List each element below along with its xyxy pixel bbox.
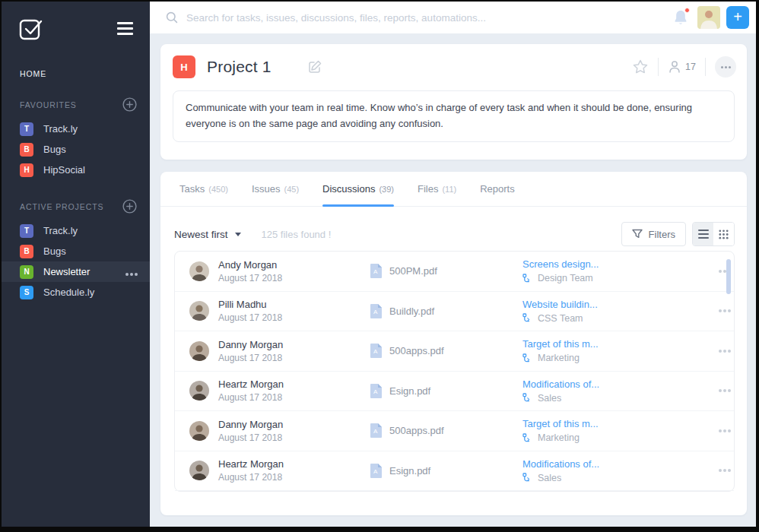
sidebar-item-label: Bugs bbox=[43, 144, 66, 155]
team-flow-icon bbox=[522, 313, 532, 323]
tab-bar: Tasks (450) Issues (45) Discussions (39)… bbox=[160, 172, 747, 207]
row-more-icon[interactable] bbox=[697, 429, 723, 432]
project-more-button[interactable] bbox=[715, 56, 736, 78]
avatar bbox=[189, 341, 209, 361]
project-badge: T bbox=[20, 224, 33, 238]
project-badge: B bbox=[20, 245, 33, 258]
svg-text:A: A bbox=[373, 468, 378, 475]
project-description: Communicate with your team in real time.… bbox=[173, 90, 735, 142]
pdf-file-icon: A bbox=[370, 304, 382, 318]
discussion-link[interactable]: Website buildin... bbox=[522, 299, 697, 310]
filters-button[interactable]: Filters bbox=[621, 222, 686, 246]
discussion-link[interactable]: Modifications of... bbox=[522, 458, 697, 470]
edit-project-icon[interactable] bbox=[307, 59, 322, 74]
author-date: August 17 2018 bbox=[218, 472, 284, 483]
author-name: Pilli Madhu bbox=[218, 299, 282, 310]
team-flow-icon bbox=[522, 473, 532, 483]
sidebar-item-trackly-active[interactable]: T Track.ly bbox=[2, 220, 150, 241]
project-badge: T bbox=[20, 122, 33, 136]
scrollbar-thumb[interactable] bbox=[726, 259, 731, 294]
team-flow-icon bbox=[522, 353, 532, 363]
table-row[interactable]: Heartz Morgan August 17 2018 A Esign.pdf… bbox=[175, 372, 734, 412]
sidebar-item-label: Schedule.ly bbox=[43, 287, 94, 298]
sidebar-item-schedulely[interactable]: S Schedule.ly bbox=[2, 282, 150, 302]
file-name[interactable]: 500PM.pdf bbox=[389, 265, 437, 277]
add-favourite-icon[interactable] bbox=[122, 97, 137, 112]
discussion-link[interactable]: Modifications of... bbox=[522, 378, 697, 390]
pdf-file-icon: A bbox=[370, 423, 382, 438]
list-view-button[interactable] bbox=[693, 223, 713, 245]
add-new-button[interactable]: + bbox=[726, 6, 749, 29]
author-name: Andy Morgan bbox=[218, 259, 282, 271]
app-logo-checkbox-icon bbox=[17, 15, 43, 41]
project-members-button[interactable]: 17 bbox=[668, 60, 696, 74]
sidebar-item-hipsocial[interactable]: H HipSocial bbox=[2, 160, 150, 180]
add-project-icon[interactable] bbox=[122, 199, 137, 214]
tab-label: Reports bbox=[480, 183, 515, 195]
project-badge: N bbox=[20, 265, 33, 279]
sidebar-item-bugs-active[interactable]: B Bugs bbox=[2, 241, 150, 261]
sidebar-section-active-projects: ACTIVE PROJECTS bbox=[20, 202, 103, 211]
pdf-file-icon: A bbox=[370, 384, 382, 398]
tab-issues[interactable]: Issues (45) bbox=[252, 172, 299, 206]
tab-discussions[interactable]: Discussions (39) bbox=[322, 172, 394, 206]
tab-count: (39) bbox=[379, 185, 394, 194]
favourite-star-icon[interactable] bbox=[632, 59, 649, 75]
notifications-bell-icon[interactable] bbox=[673, 9, 690, 26]
discussion-link[interactable]: Screens design... bbox=[522, 258, 697, 270]
avatar bbox=[189, 261, 209, 281]
svg-text:A: A bbox=[373, 388, 378, 395]
sidebar-item-label: Newsletter bbox=[43, 266, 90, 277]
tab-label: Discussions bbox=[322, 183, 375, 195]
table-row[interactable]: Heartz Morgan August 17 2018 A Esign.pdf… bbox=[175, 451, 734, 492]
sidebar-item-trackly[interactable]: T Track.ly bbox=[2, 119, 150, 139]
team-name: Marketing bbox=[538, 353, 580, 363]
discussion-link[interactable]: Target of this m... bbox=[522, 338, 697, 350]
author-name: Heartz Morgan bbox=[218, 458, 284, 470]
row-more-icon[interactable] bbox=[697, 270, 723, 273]
search-input[interactable] bbox=[186, 12, 673, 24]
pdf-file-icon: A bbox=[370, 264, 382, 278]
sort-label: Newest first bbox=[174, 229, 228, 240]
tab-tasks[interactable]: Tasks (450) bbox=[179, 172, 228, 206]
svg-text:A: A bbox=[373, 428, 378, 435]
table-row[interactable]: Danny Morgan August 17 2018 A 500apps.pd… bbox=[175, 331, 734, 372]
svg-text:A: A bbox=[373, 309, 378, 315]
file-name[interactable]: Esign.pdf bbox=[389, 465, 430, 477]
view-toggle bbox=[692, 222, 735, 246]
row-more-icon[interactable] bbox=[697, 469, 723, 472]
sidebar-item-label: Track.ly bbox=[43, 225, 78, 236]
file-name[interactable]: Buildly.pdf bbox=[389, 306, 434, 317]
more-options-icon[interactable] bbox=[125, 265, 139, 279]
team-flow-icon bbox=[522, 433, 532, 443]
table-row[interactable]: Andy Morgan August 17 2018 A 500PM.pdf S… bbox=[175, 252, 734, 292]
tab-reports[interactable]: Reports bbox=[480, 172, 519, 206]
pdf-file-icon: A bbox=[370, 344, 382, 358]
file-name[interactable]: 500apps.pdf bbox=[389, 345, 444, 356]
avatar bbox=[189, 301, 209, 321]
row-more-icon[interactable] bbox=[697, 309, 723, 312]
sidebar-item-newsletter[interactable]: N Newsletter bbox=[2, 261, 150, 282]
sort-dropdown[interactable]: Newest first bbox=[174, 229, 241, 240]
tab-label: Files bbox=[418, 183, 438, 195]
tab-files[interactable]: Files (11) bbox=[418, 172, 456, 206]
sidebar-item-home[interactable]: HOME bbox=[2, 41, 150, 78]
team-name: Sales bbox=[538, 473, 561, 483]
table-row[interactable]: Danny Morgan August 17 2018 A 500apps.pd… bbox=[175, 411, 734, 451]
pdf-file-icon: A bbox=[370, 464, 382, 478]
hamburger-menu-icon[interactable] bbox=[116, 19, 135, 38]
row-more-icon[interactable] bbox=[697, 389, 723, 392]
grid-view-button[interactable] bbox=[713, 223, 734, 245]
file-name[interactable]: 500apps.pdf bbox=[389, 425, 444, 436]
tab-label: Tasks bbox=[179, 183, 205, 195]
notification-dot bbox=[684, 8, 690, 13]
author-date: August 17 2018 bbox=[218, 353, 283, 363]
project-header-card: H Project 1 bbox=[160, 44, 747, 160]
user-avatar[interactable] bbox=[697, 6, 720, 29]
sidebar-item-bugs[interactable]: B Bugs bbox=[2, 139, 150, 160]
table-row[interactable]: Pilli Madhu August 17 2018 A Buildly.pdf… bbox=[175, 292, 734, 332]
row-more-icon[interactable] bbox=[697, 350, 723, 353]
discussion-link[interactable]: Target of this m... bbox=[522, 418, 697, 429]
file-name[interactable]: Esign.pdf bbox=[389, 385, 430, 397]
app-window: HOME FAVOURITES T Track.ly B Bugs H HipS… bbox=[0, 0, 759, 532]
